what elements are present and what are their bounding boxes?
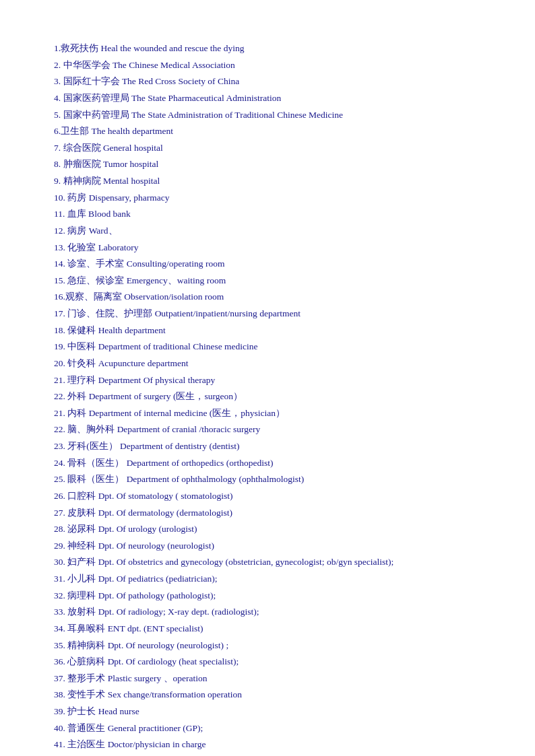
list-item: 24. 骨科（医生） Department of orthopedics (or… — [54, 455, 481, 471]
list-item: 31. 小儿科 Dpt. Of pediatrics (pediatrician… — [54, 571, 481, 587]
list-item: 22. 外科 Department of surgery (医生，surgeon… — [54, 388, 481, 405]
list-item: 26. 口腔科 Dpt. Of stomatology ( stomatolog… — [54, 488, 481, 504]
list-item: 21. 理疗科 Department Of physical therapy — [54, 372, 481, 388]
list-item: 3. 国际红十字会 The Red Cross Society of China — [54, 73, 481, 90]
list-item: 23. 牙科(医生） Department of dentistry (dent… — [54, 438, 481, 454]
list-item: 16.观察、隔离室 Observation/isolation room — [54, 289, 481, 305]
list-item: 21. 内科 Department of internal medicine (… — [54, 405, 481, 421]
list-item: 10. 药房 Dispensary, pharmacy — [54, 190, 481, 206]
list-item: 32. 病理科 Dpt. Of pathology (pathologist); — [54, 588, 481, 604]
list-item: 4. 国家医药管理局 The State Pharmaceutical Admi… — [54, 90, 481, 106]
list-item: 12. 病房 Ward、 — [54, 223, 481, 239]
list-item: 30. 妇产科 Dpt. Of obstetrics and gynecolog… — [54, 554, 481, 570]
list-item: 6.卫生部 The health department — [54, 123, 481, 139]
list-item: 36. 心脏病科 Dpt. Of cardiology (heat specia… — [54, 654, 481, 670]
list-item: 28. 泌尿科 Dpt. Of urology (urologist) — [54, 521, 481, 537]
list-item: 37. 整形手术 Plastic surgery 、operation — [54, 671, 481, 687]
list-item: 18. 保健科 Health department — [54, 322, 481, 339]
list-item: 39. 护士长 Head nurse — [54, 703, 481, 720]
list-item: 34. 耳鼻喉科 ENT dpt. (ENT specialist) — [54, 621, 481, 637]
list-item: 22. 脑、胸外科 Department of cranial /thoraci… — [54, 421, 481, 438]
list-item: 29. 神经科 Dpt. Of neurology (neurologist) — [54, 538, 481, 554]
list-item: 8. 肿瘤医院 Tumor hospital — [54, 156, 481, 172]
list-item: 14. 诊室、手术室 Consulting/operating room — [54, 256, 481, 272]
list-item: 15. 急症、候诊室 Emergency、waiting room — [54, 273, 481, 289]
main-content: 1.救死扶伤 Heal the wounded and rescue the d… — [54, 40, 481, 756]
list-item: 42. 住院医生 Resident doctor — [54, 753, 481, 756]
list-item: 35. 精神病科 Dpt. Of neurology (neurologist)… — [54, 638, 481, 654]
list-item: 40. 普通医生 General practitioner (GP); — [54, 720, 481, 736]
list-item: 17. 门诊、住院、护理部 Outpatient/inpatient/nursi… — [54, 306, 481, 322]
list-item: 9. 精神病院 Mental hospital — [54, 173, 481, 189]
list-item: 5. 国家中药管理局 The State Administration of T… — [54, 107, 481, 123]
list-item: 38. 变性手术 Sex change/transformation opera… — [54, 687, 481, 703]
list-item: 2. 中华医学会 The Chinese Medical Association — [54, 57, 481, 73]
list-item: 19. 中医科 Department of traditional Chines… — [54, 339, 481, 355]
list-item: 13. 化验室 Laboratory — [54, 240, 481, 256]
list-item: 20. 针灸科 Acupuncture department — [54, 355, 481, 372]
list-item: 27. 皮肤科 Dpt. Of dermatology (dermatologi… — [54, 505, 481, 521]
list-item: 7. 综合医院 General hospital — [54, 140, 481, 156]
list-item: 33. 放射科 Dpt. Of radiology; X-ray dept. (… — [54, 604, 481, 620]
list-item: 25. 眼科（医生） Department of ophthalmology (… — [54, 471, 481, 487]
list-item: 1.救死扶伤 Heal the wounded and rescue the d… — [54, 40, 481, 57]
list-item: 41. 主治医生 Doctor/physician in charge — [54, 736, 481, 753]
list-item: 11. 血库 Blood bank — [54, 206, 481, 222]
